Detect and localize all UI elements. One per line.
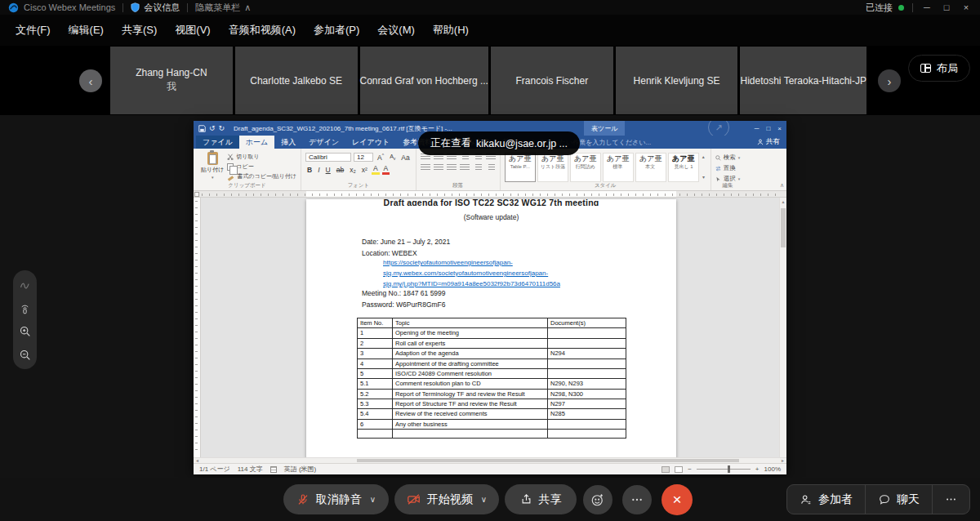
style-list-paragraph[interactable]: あア亜 リスト段落: [537, 153, 568, 182]
subscript-button[interactable]: x₂: [348, 166, 358, 174]
justify-icon[interactable]: [460, 164, 470, 171]
shrink-font-button[interactable]: Av: [388, 154, 397, 161]
find-button[interactable]: 検索 ▾: [715, 154, 741, 162]
bold-button[interactable]: B: [305, 166, 314, 174]
change-case-button[interactable]: Aa: [399, 154, 411, 162]
menu-edit[interactable]: 编辑(E): [60, 19, 113, 42]
style-heading-1[interactable]: あア亜 見出し 1: [668, 153, 699, 182]
leave-meeting-button[interactable]: ×: [662, 484, 693, 515]
document-page[interactable]: Draft agenda for ISO TC22 SC32 WG12 7th …: [306, 199, 676, 457]
borders-icon[interactable]: [486, 164, 496, 171]
style-body-text[interactable]: あア亜 本文: [635, 153, 666, 182]
font-color-button[interactable]: A: [382, 164, 390, 175]
participant-tile[interactable]: Conrad Graf von Hochberg ...: [360, 47, 488, 114]
superscript-button[interactable]: x²: [360, 166, 369, 174]
unmute-button[interactable]: 取消静音 ∨: [283, 484, 389, 514]
close-button[interactable]: ×: [960, 2, 972, 12]
proofing-icon[interactable]: [270, 466, 277, 473]
zoom-out-icon[interactable]: [18, 348, 32, 362]
zoom-in-button[interactable]: +: [755, 465, 760, 473]
highlight-color-button[interactable]: A: [372, 164, 380, 175]
participant-tile[interactable]: Charlotte Jalkebo SE: [235, 47, 358, 114]
scroll-right-button[interactable]: ›: [878, 69, 901, 92]
replace-button[interactable]: 置換: [715, 164, 741, 172]
font-size-select[interactable]: 12: [354, 153, 373, 162]
strikethrough-button[interactable]: ab: [335, 166, 345, 174]
underline-button[interactable]: U: [324, 166, 332, 174]
scrollbar-thumb[interactable]: [781, 208, 786, 247]
gallery-down-icon[interactable]: ▲: [702, 176, 706, 180]
style-normal[interactable]: あア亜 標準: [603, 153, 634, 182]
share-button[interactable]: 共享: [505, 484, 577, 514]
participant-tile[interactable]: Henrik Klevljung SE: [616, 47, 738, 114]
gallery-up-icon[interactable]: ▲: [702, 154, 706, 159]
minimize-button[interactable]: ─: [921, 2, 933, 12]
tab-design[interactable]: デザイン: [302, 136, 345, 149]
chat-panel-button[interactable]: 聊天: [865, 485, 932, 514]
menu-view[interactable]: 视图(V): [166, 19, 219, 42]
vertical-scrollbar[interactable]: ▲: [779, 198, 786, 457]
chevron-down-icon[interactable]: ∨: [481, 495, 487, 504]
hide-menubar-button[interactable]: 隐藏菜单栏 ∧: [195, 2, 251, 14]
zoom-out-button[interactable]: −: [688, 465, 692, 473]
word-restore-button[interactable]: □: [766, 125, 770, 132]
align-right-icon[interactable]: [447, 164, 457, 171]
vertical-ruler[interactable]: [194, 198, 201, 457]
tab-selector[interactable]: [194, 192, 199, 197]
line-spacing-icon[interactable]: [473, 164, 483, 171]
print-layout-view-icon[interactable]: [662, 466, 670, 473]
italic-button[interactable]: I: [316, 166, 321, 174]
font-name-select[interactable]: Calibri: [305, 153, 351, 162]
zoom-in-icon[interactable]: [18, 324, 32, 338]
start-video-button[interactable]: 开始视频 ∨: [394, 484, 499, 514]
language-indicator[interactable]: 英語 (米国): [284, 465, 317, 474]
webex-link-line1[interactable]: https://societyofautomotiveengineersofja…: [383, 259, 513, 266]
word-close-button[interactable]: ×: [777, 125, 782, 132]
webex-link-line3[interactable]: sjq.my/j.php?MTID=m09a914a8ee5032f92b73d…: [383, 280, 560, 287]
participant-tile[interactable]: Hidetoshi Teraoka-Hitachi-JP: [740, 47, 866, 114]
word-share-button[interactable]: 共有: [757, 136, 780, 149]
table-tools-tab[interactable]: 表ツール: [584, 121, 625, 136]
char-count[interactable]: 114 文字: [238, 465, 263, 474]
tab-home[interactable]: ホーム: [239, 136, 274, 149]
style-no-spacing[interactable]: あア亜 行間詰め: [570, 153, 601, 182]
style-table-paragraph[interactable]: あア亜 Table P...: [505, 153, 536, 182]
scroll-left-arrow[interactable]: ◄: [194, 458, 201, 463]
tab-insert[interactable]: 挿入: [274, 136, 302, 149]
collapse-ribbon-icon[interactable]: ∧: [780, 182, 784, 189]
tab-layout[interactable]: レイアウト: [345, 136, 396, 149]
zoom-slider[interactable]: [697, 465, 751, 473]
participant-tile[interactable]: Francois Fischer: [491, 47, 613, 114]
undo-icon[interactable]: ↺: [209, 124, 216, 132]
save-icon[interactable]: [198, 125, 206, 132]
paste-button[interactable]: 貼り付け ▾: [198, 151, 227, 182]
scroll-left-button[interactable]: ‹: [79, 69, 102, 92]
meeting-info-button[interactable]: 会议信息: [131, 2, 180, 14]
horizontal-ruler[interactable]: [194, 191, 786, 198]
zoom-level[interactable]: 100%: [764, 465, 781, 473]
grow-font-button[interactable]: A^: [376, 153, 385, 162]
tab-file[interactable]: ファイル: [196, 136, 239, 149]
page-indicator[interactable]: 1/1 ページ: [199, 465, 230, 474]
more-panels-button[interactable]: [932, 485, 969, 514]
annotate-pen-icon[interactable]: [18, 278, 32, 292]
menu-help[interactable]: 帮助(H): [424, 19, 478, 42]
chevron-down-icon[interactable]: ∨: [370, 495, 376, 504]
web-layout-view-icon[interactable]: [675, 466, 683, 473]
webex-link-line2[interactable]: sjq.my.webex.com/societyofautomotiveengi…: [383, 269, 548, 277]
reactions-button[interactable]: [583, 485, 612, 514]
menu-file[interactable]: 文件(F): [7, 19, 60, 42]
hscrollbar-thumb[interactable]: [357, 459, 739, 462]
word-minimize-button[interactable]: ─: [755, 125, 760, 132]
scroll-right-arrow[interactable]: ►: [779, 458, 786, 463]
menu-audio-video[interactable]: 音频和视频(A): [220, 19, 305, 42]
menu-share[interactable]: 共享(S): [113, 19, 166, 42]
copy-button[interactable]: コピー: [227, 163, 296, 171]
zoom-slider-thumb[interactable]: [728, 465, 730, 473]
menu-meeting[interactable]: 会议(M): [368, 19, 424, 42]
scroll-up-arrow[interactable]: ▲: [780, 199, 786, 204]
remote-control-icon[interactable]: [18, 301, 32, 315]
align-left-icon[interactable]: [421, 164, 430, 171]
horizontal-scrollbar[interactable]: ◄ ►: [194, 457, 786, 463]
redo-icon[interactable]: ↻: [219, 124, 225, 132]
